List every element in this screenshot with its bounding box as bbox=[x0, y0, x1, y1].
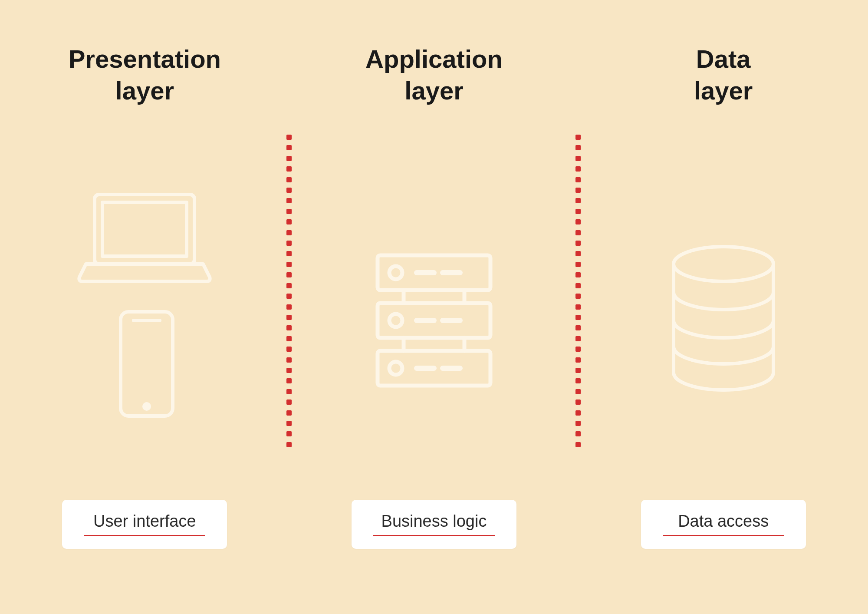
svg-rect-0 bbox=[95, 195, 194, 264]
label-application: Business logic bbox=[381, 512, 487, 531]
heading-line2: layer bbox=[694, 75, 753, 107]
svg-rect-1 bbox=[102, 202, 187, 256]
label-data: Data access bbox=[678, 512, 769, 531]
heading-line1: Data bbox=[694, 43, 753, 75]
svg-rect-2 bbox=[121, 312, 173, 416]
label-underline bbox=[663, 535, 784, 536]
devices-icon bbox=[69, 190, 220, 451]
column-data: Data layer Data bbox=[579, 0, 868, 614]
column-presentation: Presentation layer User interface bbox=[0, 0, 289, 614]
heading-application: Application layer bbox=[365, 43, 503, 106]
heading-line2: layer bbox=[365, 75, 503, 107]
label-underline bbox=[373, 535, 495, 536]
diagram-container: Presentation layer User interface bbox=[0, 0, 868, 614]
heading-data: Data layer bbox=[694, 43, 753, 106]
icon-zone-application bbox=[289, 141, 579, 500]
heading-presentation: Presentation layer bbox=[69, 43, 221, 106]
column-application: Application layer bbox=[289, 0, 579, 614]
heading-line1: Presentation bbox=[69, 43, 221, 75]
server-icon bbox=[365, 242, 503, 399]
database-icon bbox=[658, 238, 789, 403]
label-underline bbox=[84, 535, 205, 536]
label-presentation: User interface bbox=[93, 512, 196, 531]
heading-line1: Application bbox=[365, 43, 503, 75]
label-box-application: Business logic bbox=[352, 500, 516, 549]
icon-zone-presentation bbox=[0, 141, 289, 500]
svg-point-21 bbox=[674, 247, 773, 281]
svg-point-18 bbox=[389, 362, 402, 375]
label-box-data: Data access bbox=[641, 500, 806, 549]
divider-2 bbox=[575, 135, 581, 447]
icon-zone-data bbox=[579, 141, 868, 500]
svg-point-4 bbox=[142, 402, 151, 411]
divider-1 bbox=[286, 135, 292, 447]
svg-point-6 bbox=[389, 266, 402, 279]
label-box-presentation: User interface bbox=[62, 500, 227, 549]
heading-line2: layer bbox=[69, 75, 221, 107]
svg-point-12 bbox=[389, 314, 402, 327]
